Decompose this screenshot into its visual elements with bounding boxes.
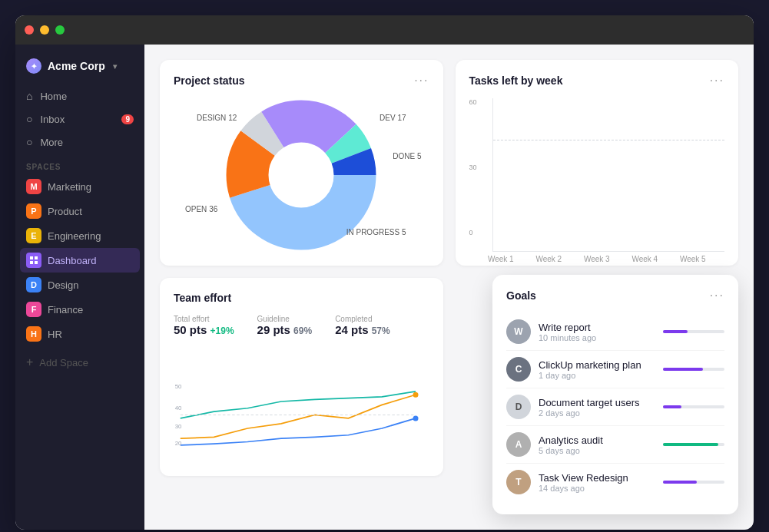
sidebar: ✦ Acme Corp ▾ ⌂ Home ○ Inbox 9 ○ More Sp… xyxy=(15,45,144,530)
goal-time-5: 14 days ago xyxy=(539,484,655,493)
goal-progress-2 xyxy=(663,368,724,371)
pie-label-open: OPEN 36 xyxy=(185,205,217,213)
total-effort-value: 50 pts +19% xyxy=(174,323,234,336)
pie-label-inprogress: IN PROGRESS 5 xyxy=(346,228,406,236)
card-header-effort: Team effort xyxy=(174,292,429,304)
sidebar-item-dashboard[interactable]: Dashboard xyxy=(20,248,140,273)
sidebar-item-design[interactable]: D Design xyxy=(15,273,144,297)
x-label-week4: Week 4 xyxy=(631,255,658,263)
svg-text:40: 40 xyxy=(175,405,182,411)
goal-progress-1 xyxy=(663,330,724,333)
effort-stat-total: Total effort 50 pts +19% xyxy=(174,315,234,336)
goal-name-3: Document target users xyxy=(539,397,655,408)
pie-label-dev: DEV 17 xyxy=(380,114,406,122)
pie-label-done: DONE 5 xyxy=(393,152,421,160)
sidebar-item-marketing[interactable]: M Marketing xyxy=(15,174,144,199)
spaces-section-label: Spaces xyxy=(15,154,144,174)
space-label: Product xyxy=(48,206,82,217)
goal-info-5: Task View Redesign 14 days ago xyxy=(539,472,655,493)
space-dot-engineering: E xyxy=(26,228,41,243)
completed-value: 24 pts 57% xyxy=(335,323,390,336)
space-dot-design: D xyxy=(26,277,41,292)
team-effort-title: Team effort xyxy=(174,292,231,304)
sidebar-item-finance[interactable]: F Finance xyxy=(15,297,144,322)
goal-item-3: D Document target users 2 days ago xyxy=(506,388,724,426)
tasks-by-week-card: Tasks left by week ··· 60 30 0 xyxy=(456,60,739,266)
space-label: Dashboard xyxy=(48,255,97,266)
project-status-title: Project status xyxy=(174,74,245,87)
x-label-week2: Week 2 xyxy=(535,255,562,263)
total-effort-label: Total effort xyxy=(174,315,234,323)
goals-card-header: Goals ··· xyxy=(506,289,724,302)
sidebar-item-hr[interactable]: H HR xyxy=(15,322,144,346)
add-space-button[interactable]: + Add Space xyxy=(15,349,144,375)
goal-time-4: 5 days ago xyxy=(539,446,655,455)
sidebar-item-engineering[interactable]: E Engineering xyxy=(15,223,144,248)
goals-more-button[interactable]: ··· xyxy=(710,289,724,302)
titlebar xyxy=(15,15,754,45)
project-status-card: Project status ··· xyxy=(160,60,443,266)
space-label: Marketing xyxy=(48,181,91,193)
svg-rect-2 xyxy=(30,261,33,264)
brand-name: Acme Corp xyxy=(48,60,105,72)
goal-progress-3 xyxy=(663,405,724,408)
goal-info-1: Write report 10 minutes ago xyxy=(539,322,655,342)
tasks-by-week-title: Tasks left by week xyxy=(469,74,563,87)
y-label-0: 0 xyxy=(469,229,477,236)
goals-card: Goals ··· W Write report 10 minutes ago xyxy=(492,275,738,514)
space-dot-dashboard xyxy=(26,253,41,268)
space-label: Engineering xyxy=(48,230,101,242)
brand[interactable]: ✦ Acme Corp ▾ xyxy=(15,52,144,84)
svg-rect-3 xyxy=(35,261,38,264)
goal-time-1: 10 minutes ago xyxy=(539,333,655,342)
sidebar-item-inbox[interactable]: ○ Inbox 9 xyxy=(15,107,144,131)
svg-rect-0 xyxy=(30,256,33,259)
sidebar-item-label: Home xyxy=(40,91,67,102)
goal-time-2: 1 day ago xyxy=(539,371,655,380)
svg-text:20: 20 xyxy=(175,440,182,447)
svg-point-11 xyxy=(413,392,419,398)
tasks-more-button[interactable]: ··· xyxy=(710,74,724,88)
goal-name-1: Write report xyxy=(539,322,655,333)
goal-name-5: Task View Redesign xyxy=(539,472,655,484)
space-dot-product: P xyxy=(26,203,41,219)
sidebar-item-product[interactable]: P Product xyxy=(15,199,144,223)
x-label-week3: Week 3 xyxy=(584,255,610,263)
close-button[interactable] xyxy=(25,25,34,35)
space-dot-hr: H xyxy=(26,326,41,342)
app-window: ✦ Acme Corp ▾ ⌂ Home ○ Inbox 9 ○ More Sp… xyxy=(15,15,754,530)
chevron-down-icon: ▾ xyxy=(113,62,117,71)
add-space-label: Add Space xyxy=(39,357,88,368)
effort-stat-guideline: Guideline 29 pts 69% xyxy=(257,315,313,336)
card-header-tasks: Tasks left by week ··· xyxy=(469,74,725,88)
minimize-button[interactable] xyxy=(40,25,49,35)
project-status-more-button[interactable]: ··· xyxy=(414,74,429,88)
inbox-icon: ○ xyxy=(26,113,32,125)
svg-text:50: 50 xyxy=(175,383,182,390)
sidebar-item-more[interactable]: ○ More xyxy=(15,131,144,154)
more-icon: ○ xyxy=(26,136,32,148)
maximize-button[interactable] xyxy=(55,25,65,35)
svg-text:30: 30 xyxy=(175,423,182,430)
x-label-week5: Week 5 xyxy=(680,255,706,263)
y-label-30: 30 xyxy=(469,164,477,171)
guideline-value: 29 pts 69% xyxy=(257,323,313,336)
svg-point-10 xyxy=(269,143,333,207)
team-effort-card: Team effort Total effort 50 pts +19% Gui… xyxy=(160,278,443,476)
goal-name-2: ClickUp marketing plan xyxy=(539,359,655,371)
line-chart-svg: 50 40 30 20 xyxy=(174,344,429,459)
goal-avatar-5: T xyxy=(506,470,531,494)
goals-title: Goals xyxy=(506,289,536,302)
goal-progress-5 xyxy=(663,481,724,484)
goal-item-2: C ClickUp marketing plan 1 day ago xyxy=(506,351,724,388)
space-label: Design xyxy=(48,279,78,291)
svg-point-12 xyxy=(413,415,419,421)
guideline-label: Guideline xyxy=(257,315,313,323)
sidebar-item-home[interactable]: ⌂ Home xyxy=(15,84,144,107)
goal-avatar-2: C xyxy=(506,357,531,382)
bar-chart: 60 30 0 xyxy=(469,98,725,252)
svg-rect-1 xyxy=(35,256,38,259)
space-label: HR xyxy=(48,329,62,340)
y-label-60: 60 xyxy=(469,98,477,106)
goal-info-4: Analytics audit 5 days ago xyxy=(539,435,655,455)
